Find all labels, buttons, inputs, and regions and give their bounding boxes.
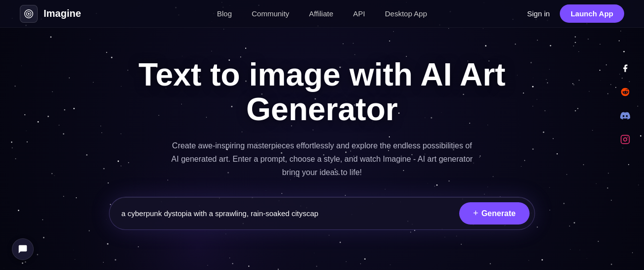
navbar: Imagine Blog Community Affiliate API Des… (0, 0, 644, 28)
chat-bubble[interactable] (12, 238, 34, 260)
reddit-icon[interactable] (616, 83, 634, 101)
discord-icon[interactable] (616, 107, 634, 125)
prompt-input[interactable] (121, 209, 453, 218)
logo-icon (20, 5, 38, 23)
search-bar: + Generate (109, 197, 535, 230)
nav-links: Blog Community Affiliate API Desktop App (217, 9, 427, 18)
social-sidebar (616, 59, 634, 148)
hero-subtitle: Create awe-inspiring masterpieces effort… (168, 139, 476, 180)
nav-right: Sign in Launch App (527, 4, 624, 23)
svg-point-2 (28, 13, 30, 15)
facebook-icon[interactable] (616, 59, 634, 77)
launch-app-button[interactable]: Launch App (560, 4, 624, 23)
nav-desktop-app[interactable]: Desktop App (385, 9, 427, 18)
hero-title: Text to image with AI Art Generator (129, 57, 515, 127)
instagram-icon[interactable] (616, 131, 634, 148)
sign-in-button[interactable]: Sign in (527, 9, 550, 18)
nav-community[interactable]: Community (252, 9, 289, 18)
logo-text: Imagine (44, 8, 81, 19)
logo-area: Imagine (20, 5, 81, 23)
chat-icon (17, 244, 28, 255)
main-content: Text to image with AI Art Generator Crea… (0, 28, 644, 230)
generate-label: Generate (482, 209, 516, 218)
plus-icon: + (473, 208, 479, 219)
nav-affiliate[interactable]: Affiliate (309, 9, 333, 18)
svg-rect-4 (621, 135, 630, 144)
nav-api[interactable]: API (353, 9, 365, 18)
nav-blog[interactable]: Blog (217, 9, 232, 18)
generate-button[interactable]: + Generate (459, 202, 530, 225)
